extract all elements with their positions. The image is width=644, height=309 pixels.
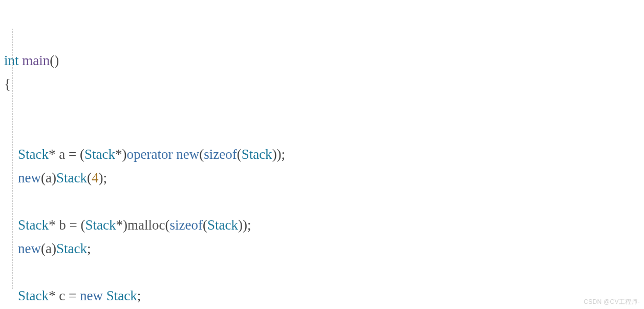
keyword-new: new — [18, 241, 41, 256]
type-stack: Stack — [106, 288, 137, 303]
semicolon: ; — [247, 217, 251, 233]
equals: = — [69, 147, 76, 162]
paren-open: ( — [199, 147, 204, 162]
keyword-sizeof: sizeof — [169, 217, 202, 233]
type-stack: Stack — [242, 147, 272, 162]
keyword-new: new — [80, 288, 103, 303]
type-stack: Stack — [207, 217, 238, 233]
paren-close: ) — [123, 217, 127, 233]
function-malloc: malloc — [127, 217, 165, 233]
space — [76, 288, 80, 303]
var-a: a — [56, 147, 69, 162]
paren-open: ( — [41, 241, 46, 256]
code-editor: int main() { Stack* a = (Stack*)operator… — [0, 0, 644, 309]
function-main: main — [22, 53, 50, 68]
indent-guide — [12, 29, 13, 289]
type-stack: Stack — [18, 288, 49, 303]
paren-open: ( — [237, 147, 242, 162]
star: * — [115, 147, 122, 162]
keyword-sizeof: sizeof — [204, 147, 237, 162]
semicolon: ; — [87, 241, 91, 256]
keyword-new: new — [18, 170, 41, 186]
parens: () — [50, 53, 59, 68]
type-stack: Stack — [56, 241, 87, 256]
type-stack: Stack — [18, 217, 49, 233]
semicolon: ; — [103, 170, 107, 186]
type-stack: Stack — [56, 170, 87, 186]
number-4: 4 — [92, 170, 99, 186]
star: * — [116, 217, 123, 233]
paren-open: ( — [80, 147, 84, 162]
var-b: b — [56, 217, 70, 233]
equals: = — [69, 288, 76, 303]
keyword-int: int — [4, 53, 19, 68]
star: * — [49, 217, 56, 233]
type-stack: Stack — [84, 147, 115, 162]
keyword-operator: operator — [126, 147, 173, 162]
paren-close: )) — [272, 147, 282, 162]
star: * — [49, 147, 56, 162]
var-a: a — [46, 170, 52, 186]
paren-close: ) — [52, 170, 56, 186]
equals: = — [70, 217, 77, 233]
space — [76, 147, 80, 162]
watermark: CSDN @CV工程师- — [584, 297, 640, 307]
type-stack: Stack — [18, 147, 49, 162]
paren-open: ( — [87, 170, 92, 186]
paren-close: )) — [238, 217, 247, 233]
paren-open: ( — [41, 170, 46, 186]
paren-close: ) — [52, 241, 56, 256]
brace-open: { — [4, 76, 11, 92]
type-stack: Stack — [85, 217, 116, 233]
space — [103, 288, 106, 303]
paren-open: ( — [203, 217, 207, 233]
var-c: c — [56, 288, 69, 303]
star: * — [49, 288, 56, 303]
semicolon: ; — [282, 147, 286, 162]
semicolon: ; — [137, 288, 141, 303]
keyword-new: new — [176, 147, 199, 162]
var-a: a — [46, 241, 52, 256]
